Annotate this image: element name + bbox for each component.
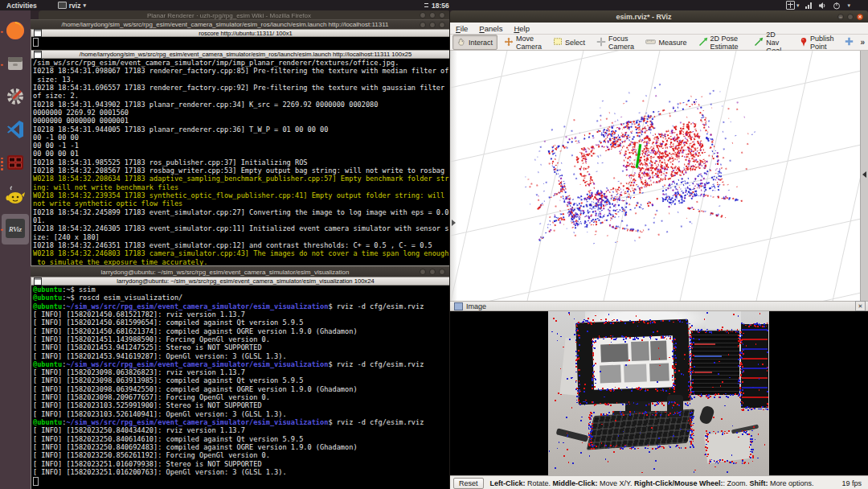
network-icon[interactable] [805,2,812,9]
terminal-line: [ INFO] [1582023103.525991900]: Stereo i… [33,401,449,409]
terminal-line: I0218 18:54:31.943902 17183 planar_rende… [33,101,449,109]
close-button[interactable] [439,22,445,28]
terminal-line: [ INFO] [1582021450.681599654]: compiled… [33,318,449,327]
terminal-line: 00 00 00 01 [33,150,449,158]
esim-launch-xterm-titlebar[interactable]: /home/larrydong/sim_ws/src/rpg_esim/even… [31,50,450,59]
dock-item-settings[interactable] [0,81,31,114]
maximize-button[interactable] [847,14,854,20]
dock-item-terminal[interactable] [0,147,31,180]
image-panel-titlebar[interactable]: Image ✕ [450,301,868,311]
close-button[interactable]: ✕ [857,14,863,20]
camera-image [548,311,769,475]
views-panel-collapsed[interactable] [860,51,868,301]
roscore-xterm-titlebar[interactable]: roscore http://ubuntu:11311/ 100x1 [31,29,450,37]
views-panel-toggle[interactable] [862,171,866,178]
dock-item-firefox[interactable] [0,15,31,48]
tool-label: Select [565,39,585,47]
files-icon [6,54,25,76]
dock-item-rviz[interactable]: RViz [0,213,31,246]
menu-panels[interactable]: Panels [473,23,508,34]
esim-launch-terminal[interactable]: /sim_ws/src/rpg_esim/event_camera_simula… [31,59,450,266]
menu-file[interactable]: File [450,23,473,34]
visualization-xterm-titlebar[interactable]: larrydong@ubuntu: ~/sim_ws/src/rpg_esim/… [31,277,450,286]
minimize-button[interactable]: – [837,14,844,20]
esim-launch-xterm-title: /home/larrydong/sim_ws/src/rpg_esim/even… [42,51,449,58]
fps-counter: 19 fps [841,479,862,487]
terminal-line: I0218 18:54:31.944005 17183 planar_rende… [33,125,449,134]
activities-button[interactable]: Activities [6,2,37,10]
terminal-line: @ubuntu:~/sim_ws/src/rpg_esim/event_came… [33,302,449,310]
terminal-line: [ INFO] [1582021453.941247525]: Stereo i… [33,343,449,351]
firefox-icon [5,20,26,44]
image-panel-title: Image [466,302,486,310]
chevron-down-icon: ▾ [83,2,86,9]
chevron-down-icon[interactable]: ▾ [847,2,850,9]
tool-publish-point-button[interactable]: Publish Point [795,35,839,50]
image-panel-close-button[interactable]: ✕ [855,301,866,311]
running-indicator [1,31,3,33]
terminal-line: [ INFO] [1582023250.840434420]: rviz ver… [33,426,449,434]
dock-item-files[interactable] [0,48,31,81]
terminal-line: [ INFO] [1582023103.526140941]: OpenGl v… [33,410,449,418]
displays-panel-collapsed [450,51,457,301]
grid-plane [450,51,868,301]
minimize-button[interactable] [420,12,426,18]
terminal-line: [ INFO] [1582023098.063942550]: compiled… [33,385,449,393]
esim-launch-window-titlebar[interactable]: /home/larrydong/sim_ws/src/rpg_esim/even… [31,19,450,29]
tool-label: 2D Pose Estimate [710,35,743,51]
maximize-button[interactable] [429,22,436,28]
terminal-line: W0218 18:54:32.208634 17183 adaptive_sam… [33,175,449,183]
tool-2d-pose-estimate-button[interactable]: 2D Pose Estimate [694,35,748,50]
close-button[interactable] [439,269,445,275]
volume-icon[interactable] [818,2,826,10]
visualization-window-titlebar[interactable]: larrydong@ubuntu: ~/sim_ws/src/rpg_esim/… [31,266,450,277]
tool-label: Interact [469,39,493,47]
rviz-window-title: esim.rviz* - RViz [450,13,837,21]
camera-image-view [450,311,868,475]
input-method-indicator[interactable]: ▾ [786,1,800,10]
terminal-line: [ INFO] [1582023250.840692483]: compiled… [33,443,449,451]
rviz-3d-view[interactable] [450,51,868,301]
terminal-line: to simulate the exposure time accurately… [33,258,449,266]
clock[interactable]: 18:56 [424,0,449,10]
terminal-line: [ INFO] [1582023250.840614610]: compiled… [33,435,449,443]
tool-interact-button[interactable]: Interact [452,35,497,50]
tool-move-camera-button[interactable]: Move Camera [499,35,547,50]
tool-label: Focus Camera [608,35,634,51]
terminal-line: ing: will not write benchmark files [33,183,449,191]
firefox-window-buttons[interactable] [420,12,445,18]
reset-button[interactable]: Reset [453,478,484,489]
chevron-down-icon: ▾ [796,2,800,9]
firefox-window-title: Planar Renderer · uzh-rpg/rpg_esim Wiki … [39,12,420,19]
terminal-line: [ INFO] [1582023098.063913985]: compiled… [33,376,449,384]
rviz-titlebar[interactable]: esim.rviz* - RViz – ✕ [450,10,868,23]
tool-add-display-button[interactable] [840,35,858,50]
tool-focus-camera-button[interactable]: Focus Camera [592,35,639,50]
svg-text:RViz: RViz [8,225,23,233]
terminal-line: /sim_ws/src/rpg_esim/event_camera_simula… [33,59,449,67]
terminal-line: I0218 18:54:32.246351 17183 event_simula… [33,241,449,249]
dock-item-teapot[interactable] [0,180,31,213]
terminal-cursor [33,477,39,486]
running-indicator [1,158,3,171]
rviz-menubar: FilePanelsHelp [450,23,868,35]
terminal-line: 00 -1 00 00 [33,134,449,142]
maximize-button[interactable] [429,269,436,275]
tool-measure-button[interactable]: Measure [641,35,691,50]
roscore-terminal[interactable] [31,37,450,50]
clock-time: 18:56 [432,2,449,10]
minimize-button[interactable] [420,269,426,275]
tool-2d-nav-goal-button[interactable]: 2D Nav Goal [749,35,793,50]
toolbar-overflow-chevron[interactable]: » [860,38,865,47]
displays-panel-toggle[interactable] [452,220,456,226]
power-icon[interactable] [833,2,841,10]
close-button[interactable] [439,12,445,18]
menu-help[interactable]: Help [508,23,535,34]
app-menu[interactable]: rviz ▾ [58,2,86,10]
terminal-line: W0218 18:54:32.239354 17183 synthetic_op… [33,191,449,199]
dock-item-vscode[interactable] [0,114,31,147]
minimize-button[interactable] [420,22,426,28]
visualization-terminal[interactable]: @ubuntu:~$ ssim@ubuntu:~$ roscd esim_vis… [31,286,450,489]
tool-select-button[interactable]: Select [548,35,590,50]
maximize-button[interactable] [429,12,436,18]
